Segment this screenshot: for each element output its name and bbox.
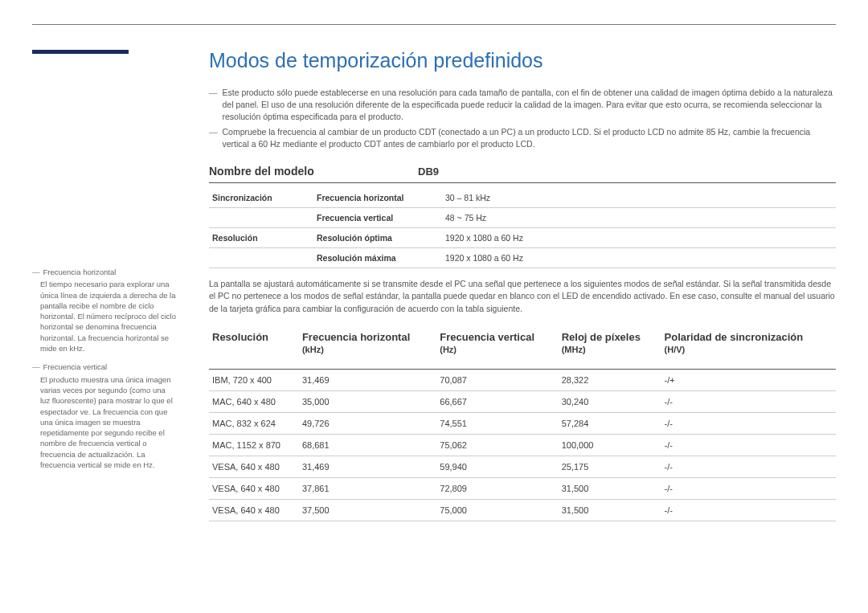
table-row: MAC, 1152 x 87068,68175,062100,000-/-: [209, 434, 836, 456]
model-row: Nombre del modelo DB9: [209, 165, 836, 183]
timing-table: Resolución Frecuencia horizontal(kHz) Fr…: [209, 326, 836, 521]
spec-row: Sincronización Frecuencia horizontal 30 …: [209, 188, 836, 208]
glossary-term: Frecuencia horizontal: [43, 267, 117, 277]
col-clock: Reloj de píxeles(MHz): [559, 326, 661, 370]
table-row: MAC, 640 x 48035,00066,66730,240-/-: [209, 390, 836, 412]
col-resolution: Resolución: [209, 326, 299, 370]
notes-block: ―Este producto sólo puede establecerse e…: [209, 87, 836, 150]
top-rule: [32, 24, 836, 25]
spec-row: Resolución máxima 1920 x 1080 a 60 Hz: [209, 248, 836, 268]
spec-row: Resolución Resolución óptima 1920 x 1080…: [209, 228, 836, 248]
glossary-def: El tiempo necesario para explorar una ún…: [40, 279, 177, 353]
spec-row: Frecuencia vertical 48 ~ 75 Hz: [209, 208, 836, 228]
sidebar-glossary: ―Frecuencia horizontal El tiempo necesar…: [32, 267, 177, 478]
col-vfreq: Frecuencia vertical(Hz): [436, 326, 558, 370]
model-label: Nombre del modelo: [209, 165, 418, 178]
table-row: VESA, 640 x 48031,46959,94025,175-/-: [209, 456, 836, 477]
model-value: DB9: [418, 166, 439, 178]
col-polarity: Polaridad de sincronización(H/V): [661, 326, 836, 370]
page-title: Modos de temporización predefinidos: [209, 49, 836, 72]
table-row: IBM, 720 x 40031,46970,08728,322-/+: [209, 369, 836, 390]
glossary-def: El producto muestra una única imagen var…: [40, 374, 177, 471]
note-text: Compruebe la frecuencia al cambiar de un…: [223, 126, 837, 150]
table-row: MAC, 832 x 62449,72674,55157,284-/-: [209, 412, 836, 434]
table-row: VESA, 640 x 48037,50075,00031,500-/-: [209, 499, 836, 521]
glossary-term: Frecuencia vertical: [43, 362, 108, 372]
table-row: VESA, 640 x 48037,86172,80931,500-/-: [209, 477, 836, 499]
note-text: Este producto sólo puede establecerse en…: [223, 87, 837, 124]
description-paragraph: La pantalla se ajustará automáticamente …: [209, 278, 836, 315]
main-content: Modos de temporización predefinidos ―Est…: [209, 49, 836, 521]
spec-table: Sincronización Frecuencia horizontal 30 …: [209, 188, 836, 268]
col-hfreq: Frecuencia horizontal(kHz): [299, 326, 436, 370]
accent-bar: [32, 50, 129, 54]
